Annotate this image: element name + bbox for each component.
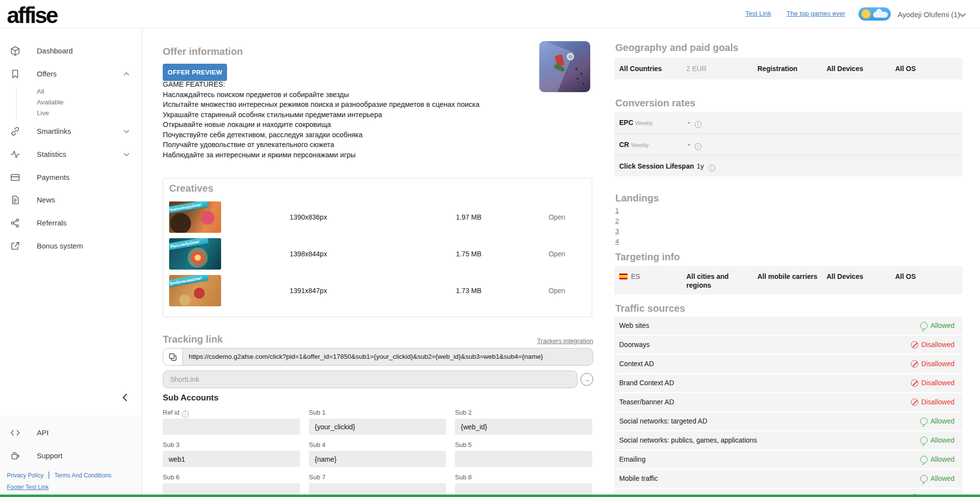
tracking-url-text: https://csdemo.g2afse.com/click?pid=1&of…: [189, 348, 588, 365]
targeting-row: ES All cities and regions All mobile car…: [614, 266, 962, 295]
sidebar-item-api[interactable]: API: [0, 423, 142, 443]
test-link[interactable]: Test Link: [745, 10, 771, 17]
info-icon[interactable]: i: [182, 411, 189, 418]
sidebar-item-bonus-system[interactable]: Bonus system: [0, 236, 142, 256]
sub4-input[interactable]: [309, 451, 446, 467]
theme-toggle[interactable]: [858, 7, 891, 21]
shortlink-input[interactable]: [163, 371, 578, 388]
info-icon[interactable]: i: [695, 121, 702, 128]
sub5-input[interactable]: [455, 451, 592, 467]
creative-open-link[interactable]: Open: [537, 275, 577, 306]
geography-title: Geography and paid goals: [615, 42, 738, 53]
sidebar-footer: API Support Privacy Policy | Terms And C…: [0, 415, 142, 497]
description-line: GAME FEATURES:: [163, 79, 565, 90]
status-icon: [920, 418, 928, 425]
landing-link-2[interactable]: 2: [615, 217, 619, 224]
footprint: [580, 73, 582, 75]
description-line: Украшайте старинный особняк стильными пр…: [163, 110, 565, 120]
sidebar-item-support[interactable]: Support: [0, 446, 142, 466]
sidebar-item-label: Dashboard: [37, 47, 73, 55]
creative-row: Расследуйте! 1398x844px 1.75 MB Open: [163, 238, 592, 270]
creative-open-link[interactable]: Open: [537, 238, 577, 270]
copy-button[interactable]: [163, 348, 183, 365]
description-line: Получайте удовольствие от увлекательного…: [163, 140, 565, 150]
external-link-icon: [10, 241, 21, 251]
sidebar-subitem-all[interactable]: All: [37, 88, 125, 99]
creative-thumbnail[interactable]: Ремонтируйте!: [169, 201, 221, 233]
info-icon[interactable]: i: [708, 165, 715, 172]
sub3-input[interactable]: [163, 451, 300, 467]
sidebar-item-news[interactable]: News: [0, 190, 142, 210]
sidebar-item-dashboard[interactable]: Dashboard: [0, 41, 142, 61]
landing-link-3[interactable]: 3: [615, 227, 619, 235]
ref-id-input[interactable]: [163, 419, 300, 435]
geo-os: All OS: [895, 58, 916, 79]
chevron-down-icon[interactable]: [959, 11, 966, 17]
status-badge: Disallowed: [911, 374, 955, 392]
landing-link-4[interactable]: 4: [615, 238, 619, 245]
sidebar-item-payments[interactable]: Payments: [0, 168, 142, 187]
top-games-link[interactable]: The top games ever: [786, 10, 845, 17]
sidebar-item-smartlinks[interactable]: Smartlinks: [0, 122, 142, 141]
creative-file-size: 1.75 MB: [429, 238, 508, 270]
traffic-source-label: Doorways: [619, 336, 650, 354]
cr-row: CRWeekly - i: [614, 133, 962, 155]
privacy-policy-link[interactable]: Privacy Policy: [7, 472, 44, 479]
sidebar-item-label: Smartlinks: [37, 127, 71, 135]
sidebar-item-label: Payments: [37, 173, 70, 181]
creative-open-link[interactable]: Open: [537, 201, 577, 233]
sun-icon: [862, 10, 870, 18]
epc-value: - i: [688, 112, 702, 133]
status-icon: [920, 437, 928, 444]
sidebar-subitem-available[interactable]: Available: [37, 99, 125, 109]
terms-link[interactable]: Terms And Conditions: [54, 472, 112, 479]
creative-ribbon-label: Ремонтируйте!: [169, 201, 208, 215]
offer-description: GAME FEATURES: Наслаждайтесь поиском пре…: [163, 79, 565, 160]
sub-field-label: Sub 4: [309, 441, 326, 448]
creative-dimensions: 1398x844px: [269, 238, 348, 270]
sidebar-item-offers[interactable]: Offers: [0, 64, 142, 84]
tracking-url-field[interactable]: https://csdemo.g2afse.com/click?pid=1&of…: [163, 348, 593, 366]
sub1-input[interactable]: [309, 419, 446, 435]
sidebar-item-label: Bonus system: [37, 242, 83, 250]
credit-card-icon: [10, 172, 21, 183]
sidebar-subitem-live[interactable]: Live: [37, 109, 125, 120]
sidebar-item-label: Referrals: [37, 219, 67, 227]
offer-preview-button[interactable]: OFFER PREVIEW: [163, 64, 227, 81]
shortlink-submit-arrow-icon[interactable]: →: [580, 373, 593, 386]
traffic-source-label: Brand Context AD: [619, 374, 674, 392]
click-session-lifespan-value: 1y i: [697, 155, 715, 177]
affise-logo: affise: [7, 2, 57, 28]
targeting-info-title: Targeting info: [615, 251, 680, 263]
footprint: [582, 82, 584, 85]
conversion-rates-title: Conversion rates: [615, 98, 695, 109]
sub2-input[interactable]: [455, 419, 592, 435]
trackers-integration-link[interactable]: Trackers integration: [537, 337, 593, 345]
sidebar-item-label: News: [37, 196, 55, 204]
sub-field-label: Ref idi: [163, 409, 189, 418]
sub-field-label: Sub 1: [309, 409, 326, 416]
sub-field-label: Sub 5: [455, 441, 472, 448]
info-icon[interactable]: i: [695, 143, 702, 150]
user-menu[interactable]: Ayodeji Olufemi (1): [898, 10, 960, 19]
coffee-cup-icon: [10, 450, 21, 461]
sidebar-collapse-chevron-icon[interactable]: [120, 392, 130, 403]
traffic-source-label: Social networks: targeted AD: [619, 412, 707, 430]
traffic-row: Emailing Allowed: [614, 450, 962, 469]
chevron-down-icon[interactable]: [123, 127, 130, 135]
chevron-up-icon[interactable]: [123, 70, 130, 78]
sidebar-item-referrals[interactable]: Referrals: [0, 213, 142, 233]
status-icon: [920, 322, 928, 329]
cloud-icon: [873, 12, 888, 18]
footer-test-link[interactable]: Footer Test Link: [7, 484, 49, 491]
chevron-down-icon[interactable]: [123, 150, 130, 158]
targeting-devices: All Devices: [827, 272, 863, 281]
traffic-source-label: Web sites: [619, 317, 649, 335]
creative-thumbnail[interactable]: Расследуйте!: [169, 238, 221, 270]
sidebar-item-statistics[interactable]: Statistics: [0, 145, 142, 164]
creative-thumbnail[interactable]: Придумывайте!: [169, 275, 221, 306]
creative-ribbon-label: Придумывайте!: [169, 275, 208, 288]
landing-link-1[interactable]: 1: [615, 207, 619, 214]
description-line: Испытайте множество интересных режимов п…: [163, 99, 565, 110]
bookmark-icon: [10, 69, 21, 79]
